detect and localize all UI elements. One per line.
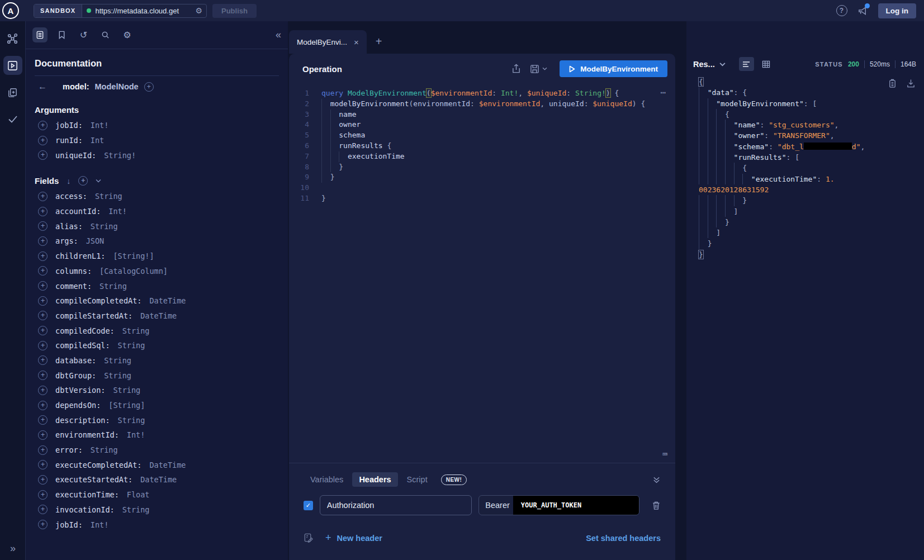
field-row[interactable]: + description: String xyxy=(35,412,279,428)
login-button[interactable]: Log in xyxy=(878,3,917,18)
raw-view-icon[interactable] xyxy=(739,57,754,71)
code-line[interactable]: 6 runResults { xyxy=(289,141,675,151)
field-row[interactable]: + compiledCode: String xyxy=(35,323,279,338)
code-line[interactable]: 3 name xyxy=(289,110,675,120)
set-shared-headers-link[interactable]: Set shared headers xyxy=(586,534,661,543)
add-field-icon[interactable]: + xyxy=(38,236,48,246)
code-line[interactable]: 8 } xyxy=(289,162,675,173)
collapse-bottom-panel-icon[interactable] xyxy=(652,476,661,484)
keyboard-shortcuts-icon[interactable]: ⌨ xyxy=(662,449,667,459)
bookmarks-icon[interactable] xyxy=(54,27,69,42)
sidebar-item-schema[interactable] xyxy=(3,29,22,48)
response-chevron-down-icon[interactable] xyxy=(719,62,726,67)
add-field-icon[interactable]: + xyxy=(38,326,48,335)
response-title[interactable]: Res... xyxy=(693,60,715,69)
field-row[interactable]: + executeCompletedAt: DateTime xyxy=(35,457,279,472)
close-tab-icon[interactable]: × xyxy=(354,37,359,47)
operation-tab[interactable]: ModelByEnvi... × xyxy=(289,30,367,54)
apollo-logo[interactable]: A xyxy=(2,2,19,19)
sort-fields-icon[interactable]: ↓ xyxy=(67,177,70,186)
tab-headers[interactable]: Headers xyxy=(352,472,397,487)
add-field-icon[interactable]: + xyxy=(38,251,48,261)
code-line[interactable]: 7 executionTime xyxy=(289,151,675,162)
field-row[interactable]: + jobId: Int! xyxy=(35,517,279,532)
delete-header-trash-icon[interactable] xyxy=(652,501,661,510)
save-chevron-down-icon[interactable] xyxy=(542,67,547,70)
expand-sidebar-icon[interactable]: » xyxy=(0,543,26,554)
field-row[interactable]: + invocationId: String xyxy=(35,502,279,518)
add-field-icon[interactable]: + xyxy=(38,355,48,365)
field-row[interactable]: + compileStartedAt: DateTime xyxy=(35,309,279,324)
add-field-icon[interactable]: + xyxy=(38,121,48,130)
editor-more-options-icon[interactable]: ⋯ xyxy=(660,87,666,98)
add-field-icon[interactable]: + xyxy=(38,386,48,395)
search-icon[interactable] xyxy=(98,27,113,42)
field-row[interactable]: + columns: [CatalogColumn] xyxy=(35,264,279,279)
code-line[interactable]: 11 } xyxy=(289,193,675,204)
code-line[interactable]: 2 modelByEnvironment(environmentId: $env… xyxy=(289,99,675,110)
add-field-icon[interactable]: + xyxy=(38,281,48,291)
header-enabled-checkbox[interactable]: ✓ xyxy=(304,501,313,510)
edit-headers-doc-icon[interactable] xyxy=(304,533,313,543)
add-field-icon[interactable]: + xyxy=(38,341,48,350)
add-field-icon[interactable]: + xyxy=(38,475,48,485)
add-field-icon[interactable]: + xyxy=(38,505,48,514)
add-field-icon[interactable]: + xyxy=(38,207,48,216)
add-field-icon[interactable]: + xyxy=(38,460,48,469)
field-row[interactable]: + executeStartedAt: DateTime xyxy=(35,472,279,487)
field-row[interactable]: + comment: String xyxy=(35,278,279,293)
response-json[interactable]: {"data": {"modelByEnvironment": [{"name"… xyxy=(686,77,924,260)
share-icon[interactable] xyxy=(511,64,521,74)
new-tab-icon[interactable]: + xyxy=(376,35,382,54)
auth-token-redacted[interactable]: YOUR_AUTH_TOKEN xyxy=(513,496,639,515)
save-group[interactable] xyxy=(530,64,547,74)
help-icon[interactable]: ? xyxy=(836,5,847,16)
field-row[interactable]: + runId: Int xyxy=(35,133,279,148)
field-row[interactable]: + executionTime: Float xyxy=(35,487,279,502)
save-icon[interactable] xyxy=(530,64,539,74)
code-line[interactable]: 4 owner xyxy=(289,120,675,130)
field-row[interactable]: + jobId: Int! xyxy=(35,118,279,133)
add-type-icon[interactable]: + xyxy=(144,82,154,92)
breadcrumb-type[interactable]: ModelNode xyxy=(95,82,139,91)
code-line[interactable]: 5 schema xyxy=(289,130,675,141)
field-row[interactable]: + dbtVersion: String xyxy=(35,383,279,398)
add-all-fields-icon[interactable]: + xyxy=(78,176,88,186)
field-row[interactable]: + dependsOn: [String] xyxy=(35,398,279,413)
add-field-icon[interactable]: + xyxy=(38,192,48,201)
run-operation-button[interactable]: ModelByEnvironment xyxy=(560,60,667,77)
history-icon[interactable]: ↺ xyxy=(76,27,91,42)
add-field-icon[interactable]: + xyxy=(38,150,48,160)
collapse-panel-icon[interactable]: « xyxy=(276,29,281,41)
endpoint-url[interactable]: https://metadata.cloud.get xyxy=(95,7,179,15)
download-response-icon[interactable] xyxy=(907,79,915,88)
sidebar-item-checklist[interactable] xyxy=(3,110,22,129)
add-field-icon[interactable]: + xyxy=(38,311,48,320)
query-editor[interactable]: ⋯ 1 query ModelByEnvironment($environmen… xyxy=(289,84,675,463)
endpoint-url-field[interactable]: https://metadata.cloud.get xyxy=(82,4,194,17)
field-row[interactable]: + childrenL1: [String!] xyxy=(35,249,279,264)
endpoint-settings-gear-icon[interactable]: ⚙ xyxy=(194,4,206,17)
add-field-icon[interactable]: + xyxy=(38,445,48,455)
settings-gear-icon[interactable]: ⚙ xyxy=(120,27,135,42)
tab-script[interactable]: Script xyxy=(400,472,434,487)
add-field-icon[interactable]: + xyxy=(38,266,48,276)
add-field-icon[interactable]: + xyxy=(38,520,48,529)
code-line[interactable]: 1 query ModelByEnvironment($environmentI… xyxy=(289,88,675,99)
code-line[interactable]: 10 xyxy=(289,183,675,193)
sidebar-item-collections[interactable] xyxy=(3,83,22,102)
add-field-icon[interactable]: + xyxy=(38,136,48,145)
copy-response-icon[interactable] xyxy=(888,79,897,88)
add-field-icon[interactable]: + xyxy=(38,221,48,231)
tab-variables[interactable]: Variables xyxy=(304,472,350,487)
field-row[interactable]: + uniqueId: String! xyxy=(35,148,279,163)
field-row[interactable]: + compileCompletedAt: DateTime xyxy=(35,293,279,309)
add-field-icon[interactable]: + xyxy=(38,430,48,440)
sidebar-item-explorer[interactable] xyxy=(3,56,22,75)
publish-button[interactable]: Publish xyxy=(212,4,257,18)
table-view-icon[interactable] xyxy=(759,57,774,71)
field-row[interactable]: + database: String xyxy=(35,353,279,368)
back-arrow-icon[interactable]: ← xyxy=(38,82,47,92)
field-row[interactable]: + environmentId: Int! xyxy=(35,428,279,443)
field-row[interactable]: + error: String xyxy=(35,443,279,458)
